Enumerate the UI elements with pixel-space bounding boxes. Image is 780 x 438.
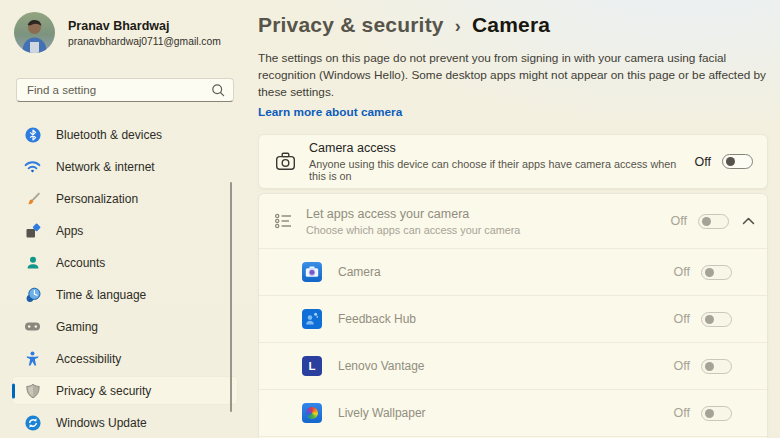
let-apps-state: Off	[671, 214, 687, 228]
camera-access-card: Camera access Anyone using this device c…	[258, 134, 768, 189]
paintbrush-icon	[24, 190, 41, 207]
camera-access-state: Off	[695, 155, 711, 169]
user-profile: Pranav Bhardwaj pranavbhardwaj0711@gmail…	[14, 12, 250, 53]
camera-access-toggle[interactable]	[722, 154, 753, 169]
gamepad-icon	[24, 318, 41, 335]
app-row-feedback-hub: Feedback Hub Off	[259, 295, 767, 342]
app-state: Off	[674, 265, 690, 279]
clock-icon	[24, 286, 41, 303]
search-icon	[211, 83, 225, 97]
sidebar-item-bluetooth-devices[interactable]: Bluetooth & devices	[12, 120, 238, 149]
app-lively-wallpaper-toggle	[701, 406, 732, 421]
lively-wallpaper-app-icon	[302, 403, 322, 423]
learn-more-link[interactable]: Learn more about camera	[258, 105, 402, 119]
app-state: Off	[674, 359, 690, 373]
sidebar: Pranav Bhardwaj pranavbhardwaj0711@gmail…	[0, 0, 250, 438]
app-lenovo-vantage-toggle	[701, 359, 732, 374]
app-name: Lenovo Vantage	[338, 359, 425, 373]
sidebar-item-time-language[interactable]: Time & language	[12, 280, 238, 309]
selected-accent-bar	[12, 383, 15, 398]
shield-icon	[24, 382, 41, 399]
camera-access-title: Camera access	[309, 141, 695, 155]
app-row-lively-wallpaper: Lively Wallpaper Off	[259, 389, 767, 436]
sidebar-item-windows-update[interactable]: Windows Update	[12, 408, 238, 437]
breadcrumb-parent[interactable]: Privacy & security	[258, 13, 444, 37]
sidebar-item-privacy-security[interactable]: Privacy & security	[12, 376, 238, 405]
main-content: Privacy & security › Camera The settings…	[250, 0, 780, 438]
chevron-up-icon[interactable]	[742, 217, 755, 225]
sidebar-item-accounts[interactable]: Accounts	[12, 248, 238, 277]
search-box[interactable]	[16, 78, 234, 102]
let-apps-toggle	[698, 214, 729, 229]
sidebar-nav: Bluetooth & devices Network & internet	[4, 120, 246, 437]
sidebar-item-personalization[interactable]: Personalization	[12, 184, 238, 213]
sidebar-item-gaming[interactable]: Gaming	[12, 312, 238, 341]
page-title: Camera	[472, 13, 550, 37]
bluetooth-icon	[24, 126, 41, 143]
let-apps-expander[interactable]: Let apps access your camera Choose which…	[259, 194, 767, 248]
update-icon	[24, 414, 41, 431]
let-apps-title: Let apps access your camera	[306, 207, 520, 221]
let-apps-subtitle: Choose which apps can access your camera	[306, 224, 520, 236]
app-list-icon	[274, 212, 293, 230]
app-feedback-hub-toggle	[701, 312, 732, 327]
settings-window: Pranav Bhardwaj pranavbhardwaj0711@gmail…	[0, 0, 780, 438]
breadcrumb-chevron-icon: ›	[455, 16, 461, 37]
app-state: Off	[674, 312, 690, 326]
app-name: Feedback Hub	[338, 312, 416, 326]
wifi-icon	[24, 158, 41, 175]
sidebar-item-network-internet[interactable]: Network & internet	[12, 152, 238, 181]
sidebar-item-accessibility[interactable]: Accessibility	[12, 344, 238, 373]
app-row-lenovo-vantage: L Lenovo Vantage Off	[259, 342, 767, 389]
app-name: Lively Wallpaper	[338, 406, 426, 420]
search-input[interactable]	[27, 84, 211, 96]
accessibility-icon	[24, 350, 41, 367]
apps-icon	[24, 222, 41, 239]
camera-access-subtitle: Anyone using this device can choose if t…	[309, 158, 695, 182]
app-state: Off	[674, 406, 690, 420]
app-camera-toggle	[701, 265, 732, 280]
camera-app-icon	[302, 262, 322, 282]
sidebar-scrollbar[interactable]	[230, 182, 232, 412]
let-apps-card: Let apps access your camera Choose which…	[258, 193, 768, 438]
user-name: Pranav Bhardwaj	[68, 19, 221, 33]
breadcrumb: Privacy & security › Camera	[258, 13, 768, 37]
person-icon	[24, 254, 41, 271]
sidebar-item-apps[interactable]: Apps	[12, 216, 238, 245]
app-row-camera: Camera Off	[259, 248, 767, 295]
avatar	[14, 12, 55, 53]
camera-outline-icon	[275, 152, 296, 171]
lenovo-vantage-app-icon: L	[302, 356, 322, 376]
page-description: The settings on this page do not prevent…	[258, 50, 768, 101]
feedback-hub-app-icon	[302, 309, 322, 329]
user-email: pranavbhardwaj0711@gmail.com	[68, 36, 221, 47]
app-name: Camera	[338, 265, 381, 279]
